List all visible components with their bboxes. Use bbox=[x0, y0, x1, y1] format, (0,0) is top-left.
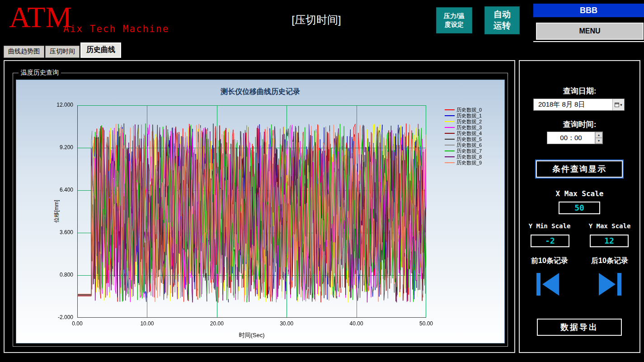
spinner-down-button[interactable]: ▼ bbox=[595, 138, 602, 144]
next-records-label: 后10条记录 bbox=[580, 256, 639, 266]
prev-records-label: 前10条记录 bbox=[520, 256, 579, 266]
x-tick-label: 0.00 bbox=[61, 320, 93, 327]
tab-press-cut-time[interactable]: 压切时间 bbox=[45, 46, 80, 58]
auto-run-button[interactable]: 自动 运转 bbox=[484, 6, 520, 34]
temperature-history-groupbox: 温度历史查询 测长仪位移曲线历史记录 位移[mm] 12.0009.2006.4… bbox=[13, 73, 508, 347]
legend-label: 历史数据_9 bbox=[456, 160, 482, 166]
legend-item: 历史数据_7 bbox=[445, 148, 482, 154]
legend-swatch bbox=[445, 139, 455, 140]
conditional-query-button[interactable]: 条件查询显示 bbox=[536, 160, 623, 178]
legend-swatch bbox=[445, 150, 455, 151]
status-banner: BBB bbox=[533, 4, 644, 17]
menu-underline bbox=[533, 41, 644, 42]
legend-item: 历史数据_3 bbox=[445, 125, 482, 130]
data-export-button[interactable]: 数据导出 bbox=[537, 319, 622, 336]
x-tick-label: 10.00 bbox=[131, 320, 163, 327]
legend-item: 历史数据_1 bbox=[445, 113, 482, 118]
x-tick-label: 40.00 bbox=[341, 320, 372, 327]
history-panel: 温度历史查询 测长仪位移曲线历史记录 位移[mm] 12.0009.2006.4… bbox=[4, 60, 515, 353]
y-tick-label: 9.200 bbox=[16, 144, 73, 150]
query-time-label: 查询时间: bbox=[520, 119, 639, 130]
time-picker[interactable]: 00：00 ▲ ▼ bbox=[547, 132, 603, 144]
pressure-temp-line1: 压力/温 bbox=[444, 12, 465, 20]
legend-item: 历史数据_2 bbox=[445, 119, 482, 124]
query-date-label: 查询日期: bbox=[520, 86, 639, 96]
y-tick-label: -2.000 bbox=[16, 314, 73, 320]
legend-swatch bbox=[445, 115, 455, 116]
pressure-temp-settings-button[interactable]: 压力/温 度设定 bbox=[436, 7, 472, 33]
date-picker[interactable]: 2018年 8月 8日 ▾ bbox=[533, 99, 625, 111]
plot-area bbox=[77, 105, 426, 318]
y-min-scale-input[interactable]: -2 bbox=[531, 235, 569, 247]
y-axis-title: 位移[mm] bbox=[53, 200, 61, 223]
prev-records-button[interactable] bbox=[533, 270, 562, 299]
page-title: [压切时间] bbox=[244, 13, 389, 27]
legend-item: 历史数据_4 bbox=[445, 131, 482, 136]
app-logo-subtitle: Aix Tech Machine bbox=[63, 24, 169, 34]
app-logo: ATM bbox=[9, 0, 72, 34]
legend-swatch bbox=[445, 133, 455, 134]
tab-history-curve[interactable]: 历史曲线 bbox=[80, 42, 121, 58]
x-tick-label: 50.00 bbox=[410, 320, 442, 327]
x-max-scale-input[interactable]: 50 bbox=[559, 202, 600, 214]
legend-item: 历史数据_8 bbox=[445, 154, 482, 160]
menu-button[interactable]: MENU bbox=[536, 23, 644, 40]
chevron-down-icon: ▾ bbox=[620, 103, 622, 107]
x-tick-label: 20.00 bbox=[201, 320, 233, 327]
legend-item: 历史数据_5 bbox=[445, 136, 482, 142]
header: ATM Aix Tech Machine [压切时间] 压力/温 度设定 自动 … bbox=[0, 0, 644, 43]
y-tick-label: 12.000 bbox=[16, 102, 73, 108]
query-sidebar: 查询日期: 2018年 8月 8日 ▾ 查询时间: 00：00 ▲ ▼ 条件查询… bbox=[519, 60, 640, 353]
time-picker-value: 00：00 bbox=[547, 132, 595, 144]
legend-item: 历史数据_9 bbox=[445, 160, 482, 165]
x-axis-title: 时间(Sec) bbox=[77, 331, 426, 339]
legend-swatch bbox=[445, 121, 455, 122]
y-max-scale-label: Y Max Scale bbox=[580, 222, 639, 230]
time-spinner: ▲ ▼ bbox=[595, 132, 602, 144]
pressure-temp-line2: 度设定 bbox=[445, 20, 464, 29]
legend-item: 历史数据_0 bbox=[445, 107, 482, 113]
groupbox-title: 温度历史查询 bbox=[19, 69, 61, 77]
x-tick-label: 30.00 bbox=[271, 320, 302, 327]
date-picker-dropdown-button[interactable]: ▾ bbox=[612, 99, 624, 110]
x-max-scale-label: X Max Scale bbox=[520, 189, 639, 198]
chart-title: 测长仪位移曲线历史记录 bbox=[16, 87, 504, 97]
next-records-button[interactable] bbox=[596, 270, 625, 299]
y-tick-label: 0.800 bbox=[16, 272, 73, 278]
y-max-scale-input[interactable]: 12 bbox=[590, 235, 629, 247]
y-tick-label: 6.400 bbox=[16, 187, 73, 193]
legend-item: 历史数据_6 bbox=[445, 142, 482, 148]
chart-legend: 历史数据_0历史数据_1历史数据_2历史数据_3历史数据_4历史数据_5历史数据… bbox=[445, 107, 482, 165]
y-min-scale-label: Y Min Scale bbox=[520, 222, 579, 230]
tab-bar: 曲线趋势图 压切时间 历史曲线 bbox=[4, 45, 122, 58]
legend-swatch bbox=[445, 127, 455, 128]
history-chart: 测长仪位移曲线历史记录 位移[mm] 12.0009.2006.4003.600… bbox=[16, 80, 505, 343]
date-picker-value: 2018年 8月 8日 bbox=[534, 100, 612, 109]
legend-swatch bbox=[445, 145, 455, 146]
calendar-icon bbox=[615, 103, 619, 107]
skip-next-icon bbox=[596, 270, 625, 299]
skip-previous-icon bbox=[533, 270, 562, 299]
tab-curve-trend[interactable]: 曲线趋势图 bbox=[4, 46, 44, 58]
spinner-up-button[interactable]: ▲ bbox=[595, 132, 602, 138]
y-tick-label: 3.600 bbox=[16, 229, 73, 235]
auto-run-line2: 运转 bbox=[494, 20, 511, 32]
auto-run-line1: 自动 bbox=[494, 9, 511, 20]
legend-swatch bbox=[445, 109, 455, 110]
legend-swatch bbox=[445, 162, 455, 163]
legend-swatch bbox=[445, 156, 455, 157]
